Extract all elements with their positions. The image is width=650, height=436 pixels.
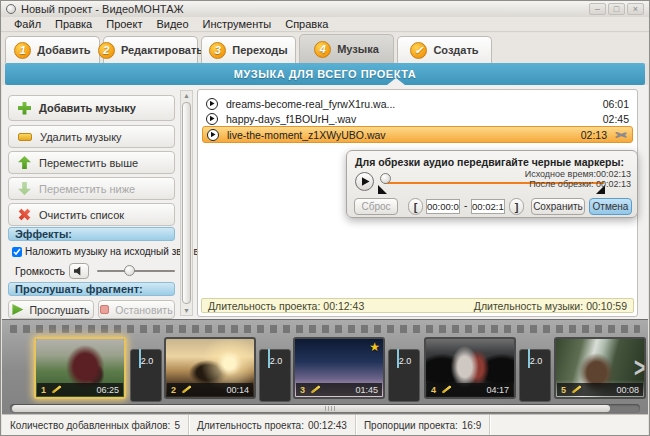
result-time-value: 00:02:13 xyxy=(596,179,631,189)
pencil-icon[interactable] xyxy=(441,385,452,394)
menu-item-project[interactable]: Проект xyxy=(99,18,149,30)
timeline-clip-1[interactable]: 1 06:25 xyxy=(34,337,126,399)
move-up-button[interactable]: Переместить выше xyxy=(8,151,175,174)
app-icon xyxy=(6,4,16,14)
minimize-button[interactable]: – xyxy=(589,3,606,15)
trim-left-marker[interactable] xyxy=(378,185,387,194)
add-music-button[interactable]: Добавить музыку xyxy=(8,95,175,121)
status-files-count: Количество добавленных файлов:5 xyxy=(2,415,189,435)
volume-slider[interactable] xyxy=(97,263,175,279)
tab-add[interactable]: 1 Добавить xyxy=(5,36,100,63)
mute-button[interactable] xyxy=(69,263,89,279)
volume-slider-thumb[interactable] xyxy=(124,265,135,276)
status-bar: Количество добавленных файлов:5 Длительн… xyxy=(2,414,648,435)
scissors-icon[interactable] xyxy=(615,130,628,140)
delete-music-button[interactable]: Удалить музыку xyxy=(8,125,175,148)
close-button[interactable]: × xyxy=(627,3,644,15)
clear-list-button[interactable]: Очистить список xyxy=(8,203,175,226)
arrow-up-icon xyxy=(18,156,31,169)
menu-item-file[interactable]: Файл xyxy=(7,18,48,30)
start-time-input[interactable] xyxy=(426,199,460,214)
volume-row: Громкость xyxy=(15,262,175,280)
plus-icon xyxy=(18,102,31,115)
menu-item-edit[interactable]: Правка xyxy=(48,18,99,30)
scroll-up-icon[interactable]: ▲ xyxy=(181,92,192,99)
stop-button[interactable]: Остановить xyxy=(98,300,175,319)
minus-icon xyxy=(18,133,32,141)
trim-times: Исходное время:00:02:13 После обрезки: 0… xyxy=(525,169,631,189)
set-end-bracket-button[interactable]: ] xyxy=(509,198,524,215)
tab-transitions-label: Переходы xyxy=(232,44,288,56)
transition-tile-2[interactable]: 2.0 xyxy=(259,349,291,402)
menu-item-help[interactable]: Справка xyxy=(278,18,335,30)
pencil-icon[interactable] xyxy=(571,385,582,394)
scrollbar-grip xyxy=(325,406,337,411)
clip-duration: 00:08 xyxy=(616,385,639,395)
listen-button[interactable]: Прослушать xyxy=(8,300,94,319)
sidebar-scrollbar-thumb[interactable] xyxy=(182,102,191,304)
track-row-selected[interactable]: live-the-moment_z1XWyUBO.wav 02:13 xyxy=(202,126,633,143)
set-start-bracket-button[interactable]: [ xyxy=(408,198,423,215)
open-bracket-icon: [ xyxy=(414,201,418,213)
menu-item-tools[interactable]: Инструменты xyxy=(196,18,279,30)
track-row[interactable]: happy-days_f1BOUrH_.wav 02:45 xyxy=(202,111,633,126)
move-down-label: Переместить ниже xyxy=(39,183,135,195)
timeline-clip-2[interactable]: 2 00:14 xyxy=(164,337,256,399)
timeline-clip-5[interactable]: 5 00:08 xyxy=(554,337,646,399)
track-row[interactable]: dreams-become-real_fyrwX1ru.wa... 06:01 xyxy=(202,96,633,111)
result-time-label: После обрезки: xyxy=(529,179,593,189)
clip-duration: 06:25 xyxy=(96,385,119,395)
listen-header: Прослушать фрагмент: xyxy=(8,282,175,296)
menu-bar: Файл Правка Проект Видео Инструменты Спр… xyxy=(1,17,649,32)
effects-header: Эффекты: xyxy=(8,227,175,241)
trim-slider-handle[interactable] xyxy=(380,173,391,184)
menu-item-video[interactable]: Видео xyxy=(149,18,195,30)
pencil-icon[interactable] xyxy=(181,385,192,394)
move-down-button[interactable]: Переместить ниже xyxy=(8,177,175,200)
transition-tile-1[interactable]: 2.0 xyxy=(130,349,162,402)
overlay-music-checkbox[interactable] xyxy=(12,247,22,257)
track-play-icon[interactable] xyxy=(206,113,218,125)
speaker-icon xyxy=(74,266,85,276)
timeline-clip-3[interactable]: ★ 3 01:45 xyxy=(293,337,385,399)
end-time-input[interactable] xyxy=(471,199,505,214)
pencil-icon[interactable] xyxy=(310,385,321,394)
trim-play-button[interactable] xyxy=(355,172,374,191)
status-aspect-ratio-value: 16:9 xyxy=(462,420,481,431)
tab-create[interactable]: ✓ Создать xyxy=(397,36,492,63)
timeline-scroll-right-icon[interactable]: > xyxy=(634,352,645,385)
tab-music[interactable]: 4 Музыка xyxy=(299,34,394,63)
music-duration-value: 00:10:59 xyxy=(586,300,627,312)
reset-button[interactable]: Сброс xyxy=(354,198,398,215)
scroll-down-icon[interactable]: ▼ xyxy=(181,307,192,314)
listen-header-label: Прослушать фрагмент: xyxy=(15,283,143,295)
track-play-icon[interactable] xyxy=(207,129,219,141)
tab-edit-label: Редактировать xyxy=(121,44,203,56)
clip-caption: 4 04:17 xyxy=(427,383,513,396)
save-button[interactable]: Сохранить xyxy=(531,198,585,215)
maximize-button[interactable]: □ xyxy=(608,3,625,15)
timeline-scrollbar-thumb[interactable] xyxy=(12,405,610,412)
play-icon xyxy=(12,304,23,315)
tab-transitions[interactable]: 3 Переходы xyxy=(201,36,296,63)
tab-add-label: Добавить xyxy=(37,44,90,56)
project-duration-label: Длительность проекта: xyxy=(208,300,320,312)
music-duration: Длительность музыки:00:10:59 xyxy=(474,300,627,312)
cancel-button[interactable]: Отмена xyxy=(589,198,632,215)
pencil-icon[interactable] xyxy=(51,385,62,394)
timeline-scrollbar[interactable] xyxy=(10,404,640,413)
music-duration-label: Длительность музыки: xyxy=(474,300,583,312)
sidebar-scrollbar[interactable]: ▲ ▼ xyxy=(180,90,193,316)
title-bar: Новый проект - ВидеоМОНТАЖ – □ × xyxy=(1,1,649,17)
transition-tile-3[interactable]: 2.0 xyxy=(388,349,420,402)
transition-tile-4[interactable]: 2.0 xyxy=(519,349,551,402)
track-play-icon[interactable] xyxy=(206,98,218,110)
tab-edit-badge: 2 xyxy=(98,42,115,59)
timeline-clip-4[interactable]: 4 04:17 xyxy=(424,337,516,399)
checkmark-icon: ✓ xyxy=(410,42,427,59)
volume-slider-track xyxy=(97,270,175,272)
stop-icon xyxy=(100,305,109,314)
add-music-label: Добавить музыку xyxy=(39,102,136,114)
trim-audio-popup: Для обрезки аудио передвигайте черные ма… xyxy=(346,150,638,218)
tab-edit[interactable]: 2 Редактировать xyxy=(103,36,198,63)
